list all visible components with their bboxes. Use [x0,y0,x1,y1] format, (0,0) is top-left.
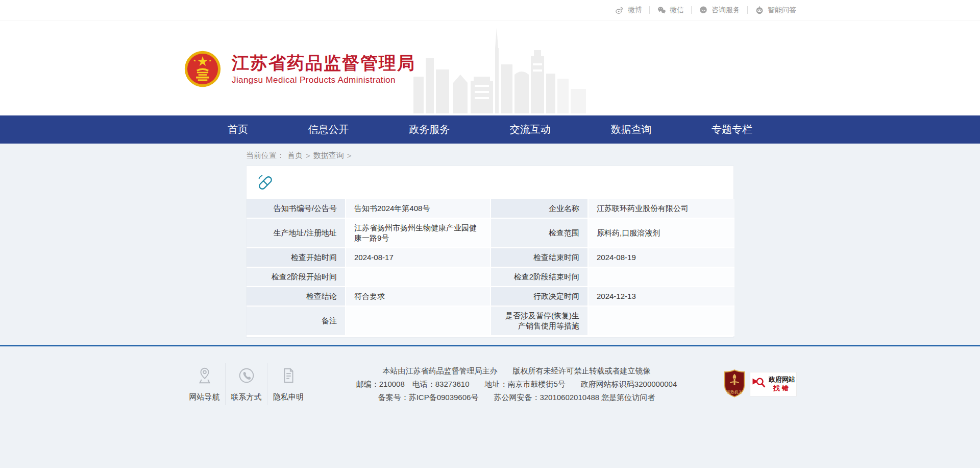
field-value [346,306,491,336]
field-label: 生产地址/注册地址 [247,218,346,248]
pill-icon [247,172,733,199]
privacy-link[interactable]: 隐私申明 [267,363,309,405]
field-value: 符合要求 [346,287,491,306]
nav-item-home[interactable]: 首页 [225,121,251,138]
find-error-top: 政府网站 [769,376,795,384]
top-utility-bar: 微博 微信 咨询服务 [0,0,980,20]
breadcrumb-separator: > [306,151,310,160]
table-row: 生产地址/注册地址 江苏省扬州市扬州生物健康产业园健康一路9号 检查范围 原料药… [247,218,734,248]
site-footer: 网站导航 联系方式 隐 [0,346,980,468]
field-label: 告知书编号/公告号 [247,199,346,218]
wechat-label: 微信 [670,6,684,15]
smart-qa-link[interactable]: 智能问答 [755,6,796,15]
nav-item-gov-services[interactable]: 政务服务 [406,121,453,138]
breadcrumb-link-home[interactable]: 首页 [287,151,303,160]
field-label: 企业名称 [491,199,588,218]
brand: 江苏省药品监督管理局 Jiangsu Medical Products Admi… [184,50,415,88]
magnifier-flag-icon [751,376,767,393]
field-value [346,267,491,287]
map-pin-icon [195,378,214,387]
topbar-separator [747,6,748,14]
field-value: 江苏联环药业股份有限公司 [588,199,734,218]
field-value: 2024-08-17 [346,248,491,267]
table-row: 检查开始时间 2024-08-17 检查结束时间 2024-08-19 [247,248,734,267]
chat-bubble-icon [699,6,708,15]
topbar-separator [691,6,692,14]
field-label: 是否涉及暂停(恢复)生产销售使用等措施 [491,306,588,336]
site-subtitle: Jiangsu Medical Products Administration [232,75,415,85]
field-label: 检查开始时间 [247,248,346,267]
table-row: 备注 是否涉及暂停(恢复)生产销售使用等措施 [247,306,734,336]
nav-item-special-topics[interactable]: 专题专栏 [708,121,755,138]
field-label: 检查范围 [491,218,588,248]
brand-text: 江苏省药品监督管理局 Jiangsu Medical Products Admi… [232,53,415,86]
privacy-label: 隐私申明 [267,392,309,402]
consult-service-label: 咨询服务 [712,6,740,15]
footer-line-icp: 备案号：苏ICP备09039606号 苏公网安备：32010602010488 … [320,391,714,404]
field-value: 原料药,口服溶液剂 [588,218,734,248]
table-row: 检查结论 符合要求 行政决定时间 2024-12-13 [247,287,734,306]
breadcrumb-link-data-query[interactable]: 数据查询 [313,151,344,160]
weibo-link[interactable]: 微博 [615,6,642,15]
field-value: 2024-08-19 [588,248,734,267]
footer-badges: 党政机关 政府网站 找错 [724,369,796,400]
main-nav: 首页 信息公开 政务服务 交流互动 数据查询 专题专栏 [0,115,980,144]
wechat-link[interactable]: 微信 [657,6,684,15]
consult-service-link[interactable]: 咨询服务 [699,6,740,15]
field-label: 检查2阶段开始时间 [247,267,346,287]
site-header: 江苏省药品监督管理局 Jiangsu Medical Products Admi… [0,20,980,115]
field-label: 检查结束时间 [491,248,588,267]
smart-qa-label: 智能问答 [768,6,796,15]
table-row: 检查2阶段开始时间 检查2阶段结束时间 [247,267,734,287]
content-area: 当前位置： 首页 > 数据查询 > 告知书编号/公告号 告知书2024年第408… [0,144,980,345]
site-map-label: 网站导航 [184,392,225,402]
field-label: 备注 [247,306,346,336]
nav-item-interaction[interactable]: 交流互动 [507,121,554,138]
weibo-icon [615,6,624,15]
footer-info-text: 本站由江苏省药品监督管理局主办 版权所有未经许可禁止转载或者建立镜像 邮编：21… [309,364,724,404]
field-value [588,267,734,287]
phone-icon [237,378,256,387]
field-value: 告知书2024年第408号 [346,199,491,218]
contact-link[interactable]: 联系方式 [226,363,267,405]
table-row: 告知书编号/公告号 告知书2024年第408号 企业名称 江苏联环药业股份有限公… [247,199,734,218]
weibo-label: 微博 [628,6,642,15]
inspection-detail-table: 告知书编号/公告号 告知书2024年第408号 企业名称 江苏联环药业股份有限公… [247,199,734,336]
field-value: 江苏省扬州市扬州生物健康产业园健康一路9号 [346,218,491,248]
party-gov-badge[interactable]: 党政机关 [724,369,745,400]
document-icon [279,378,298,387]
national-emblem-logo [184,50,222,88]
field-value [588,306,734,336]
footer-line-contact: 邮编：210008 电话：83273610 地址：南京市鼓楼街5号 政府网站标识… [320,378,714,391]
footer-line-host: 本站由江苏省药品监督管理局主办 版权所有未经许可禁止转载或者建立镜像 [320,364,714,378]
wechat-icon [657,6,666,15]
breadcrumb-prefix: 当前位置： [246,151,284,160]
find-error-bottom: 找错 [773,384,791,392]
field-label: 行政决定时间 [491,287,588,306]
breadcrumb-separator: > [347,151,352,160]
site-map-link[interactable]: 网站导航 [184,363,226,405]
city-skyline-graphic [413,28,587,115]
nav-item-data-query[interactable]: 数据查询 [607,121,654,138]
robot-icon [755,6,764,15]
field-value: 2024-12-13 [588,287,734,306]
site-title: 江苏省药品监督管理局 [232,53,415,74]
nav-item-info-disclosure[interactable]: 信息公开 [305,121,352,138]
find-error-badge[interactable]: 政府网站 找错 [750,372,796,396]
party-gov-badge-text: 党政机关 [727,390,743,394]
field-label: 检查结论 [247,287,346,306]
footer-quick-links: 网站导航 联系方式 隐 [184,363,309,405]
field-label: 检查2阶段结束时间 [491,267,588,287]
find-error-badge-text: 政府网站 找错 [769,376,795,392]
inspection-detail-card: 告知书编号/公告号 告知书2024年第408号 企业名称 江苏联环药业股份有限公… [246,166,734,338]
contact-label: 联系方式 [226,392,267,402]
topbar-separator [649,6,650,14]
breadcrumb: 当前位置： 首页 > 数据查询 > [246,144,734,166]
